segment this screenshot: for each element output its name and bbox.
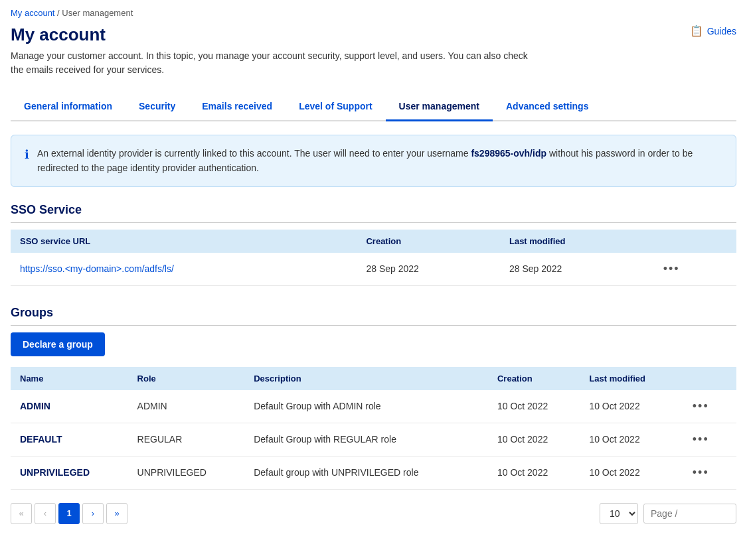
sso-row-url[interactable]: https://sso.<my-domain>.com/adfs/ls/ <box>11 253 357 286</box>
group-row-actions-button[interactable]: ••• <box>689 464 713 481</box>
info-username: fs298965-ovh/idp <box>471 148 546 159</box>
table-row: https://sso.<my-domain>.com/adfs/ls/ 28 … <box>11 253 736 286</box>
group-role: UNPRIVILEGED <box>128 456 245 489</box>
groups-col-name: Name <box>11 367 128 390</box>
info-text-before: An external identity provider is current… <box>37 148 471 159</box>
page-jump-input[interactable] <box>643 504 736 524</box>
group-description: Default group with UNPRIVILEGED role <box>244 456 488 489</box>
sso-table: SSO service URL Creation Last modified h… <box>11 230 736 286</box>
info-banner-text: An external identity provider is current… <box>37 146 722 176</box>
groups-col-role: Role <box>128 367 245 390</box>
group-description: Default Group with ADMIN role <box>244 390 488 423</box>
groups-col-creation: Creation <box>488 367 580 390</box>
page-size-select[interactable]: 10 25 50 <box>600 503 638 524</box>
table-row: UNPRIVILEGED UNPRIVILEGED Default group … <box>11 456 736 489</box>
groups-table: Name Role Description Creation Last modi… <box>11 367 736 490</box>
group-modified: 10 Oct 2022 <box>580 423 679 456</box>
tab-general[interactable]: General information <box>11 93 125 121</box>
sso-col-creation: Creation <box>357 230 500 253</box>
guides-button[interactable]: 📋 Guides <box>690 25 736 37</box>
pagination-page-1-button[interactable]: 1 <box>58 503 80 524</box>
page-header: My account 📋 Guides <box>11 25 736 45</box>
group-modified: 10 Oct 2022 <box>580 456 679 489</box>
sso-row-actions-button[interactable]: ••• <box>659 261 684 277</box>
tab-security[interactable]: Security <box>125 93 189 121</box>
table-row: DEFAULT REGULAR Default Group with REGUL… <box>11 423 736 456</box>
pagination-last-button[interactable]: » <box>106 503 127 524</box>
group-role: REGULAR <box>128 423 245 456</box>
tabs-nav: General information Security Emails rece… <box>11 93 736 121</box>
breadcrumb-separator: / <box>54 8 62 18</box>
group-name: DEFAULT <box>11 423 128 456</box>
pagination-prev-button[interactable]: ‹ <box>35 503 56 524</box>
sso-row-creation: 28 Sep 2022 <box>357 253 500 286</box>
groups-col-description: Description <box>244 367 488 390</box>
breadcrumb: My account / User management <box>11 8 736 18</box>
breadcrumb-current: User management <box>62 8 133 18</box>
sso-col-actions <box>650 230 736 253</box>
group-name: ADMIN <box>11 390 128 423</box>
sso-col-modified: Last modified <box>500 230 650 253</box>
group-creation: 10 Oct 2022 <box>488 423 580 456</box>
group-row-actions-button[interactable]: ••• <box>689 398 713 415</box>
tab-support[interactable]: Level of Support <box>286 93 385 121</box>
group-creation: 10 Oct 2022 <box>488 390 580 423</box>
groups-col-actions <box>679 367 736 390</box>
group-creation: 10 Oct 2022 <box>488 456 580 489</box>
tab-user-management[interactable]: User management <box>386 93 493 121</box>
sso-row-modified: 28 Sep 2022 <box>500 253 650 286</box>
page-title: My account <box>11 25 106 45</box>
page-navigation: « ‹ 1 › » <box>11 503 127 524</box>
groups-col-modified: Last modified <box>580 367 679 390</box>
declare-group-button[interactable]: Declare a group <box>11 332 105 356</box>
groups-section: Groups Declare a group Name Role Descrip… <box>11 306 736 490</box>
info-icon: ℹ <box>25 147 29 162</box>
page-size-wrapper: 10 25 50 <box>600 503 736 524</box>
page-description: Manage your customer account. In this to… <box>11 49 542 77</box>
tab-advanced[interactable]: Advanced settings <box>493 93 602 121</box>
group-row-actions-button[interactable]: ••• <box>689 431 713 448</box>
groups-section-title: Groups <box>11 306 736 326</box>
pagination-first-button[interactable]: « <box>11 503 32 524</box>
tab-emails[interactable]: Emails received <box>189 93 286 121</box>
book-icon: 📋 <box>690 25 703 37</box>
table-row: ADMIN ADMIN Default Group with ADMIN rol… <box>11 390 736 423</box>
breadcrumb-account-link[interactable]: My account <box>11 8 54 18</box>
pagination: « ‹ 1 › » 10 25 50 <box>11 503 736 524</box>
sso-service-section: SSO Service SSO service URL Creation Las… <box>11 203 736 286</box>
group-name: UNPRIVILEGED <box>11 456 128 489</box>
pagination-next-button[interactable]: › <box>82 503 104 524</box>
guides-label: Guides <box>707 26 736 36</box>
group-description: Default Group with REGULAR role <box>244 423 488 456</box>
group-modified: 10 Oct 2022 <box>580 390 679 423</box>
info-banner: ℹ An external identity provider is curre… <box>11 135 736 187</box>
sso-col-url: SSO service URL <box>11 230 357 253</box>
sso-section-title: SSO Service <box>11 203 736 223</box>
group-role: ADMIN <box>128 390 245 423</box>
